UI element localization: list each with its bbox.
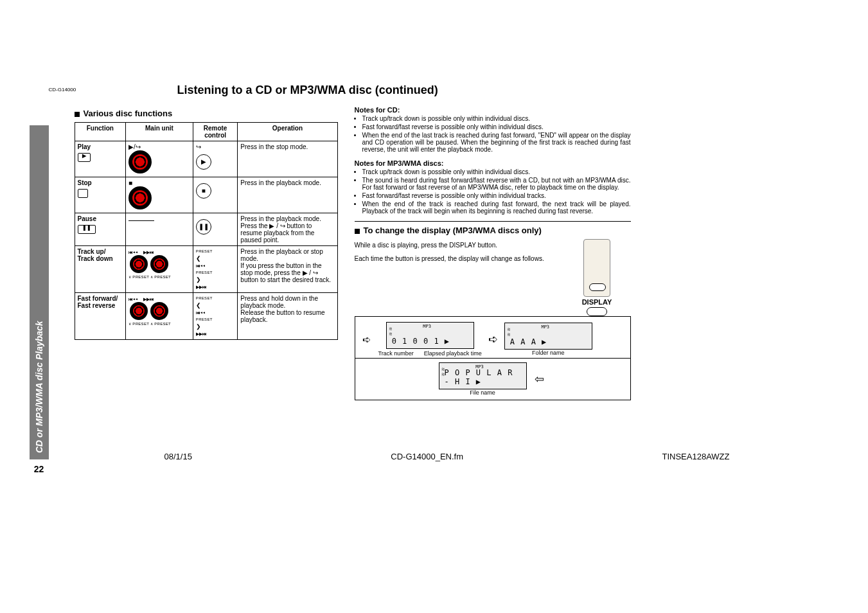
lcd-screen-1: ≋≋ MP3 0 1 0 0 1 ▶ (386, 322, 474, 349)
th-operation: Operation (238, 123, 337, 141)
notes-mp3-heading: Notes for MP3/WMA discs: (355, 159, 631, 167)
caption-file-name: File name (470, 389, 495, 396)
caption-folder-name: Folder name (532, 350, 565, 356)
stop-glyph: ■ (128, 179, 132, 186)
op-track: Press in the playback or stop mode. If y… (238, 246, 337, 293)
page-number: 22 (31, 464, 48, 474)
flow-arrow-icon: ➪ (359, 333, 375, 346)
display-flow-diagram: ➪ ≋≋ MP3 0 1 0 0 1 ▶ Track number Elapse… (355, 316, 631, 400)
caption-track-number: Track number (378, 350, 414, 357)
play-glyph: ▶/↪ (128, 143, 141, 150)
list-item: Fast forward/fast reverse is possible on… (362, 192, 631, 199)
model-code: CD-G14000 (49, 87, 76, 93)
list-item: When the end of the track is reached dur… (362, 200, 631, 215)
list-item: Track up/track down is possible only wit… (362, 115, 631, 122)
table-row: Fast forward/ Fast reverse ⏮◀◀ ▶▶⏭ ∨ PRE… (75, 293, 337, 340)
remote-display-button[interactable] (589, 283, 606, 291)
jog-dial-icon (128, 186, 152, 209)
lcd-screen-3: ≋≋ MP3 P O P U L A R - H I ▶ (439, 362, 527, 389)
footer-file: CD-G14000_EN.fm (391, 452, 463, 461)
footer-date: 08/1/15 (164, 452, 192, 461)
pause-key-icon: ❚❚ (78, 225, 96, 234)
flow-arrow-icon: ➪ (488, 332, 498, 346)
remote-pause-button[interactable]: ❚❚ (196, 219, 211, 235)
fn-pause: Pause (78, 215, 96, 222)
fn-stop: Stop (78, 179, 92, 186)
op-play: Press in the stop mode. (238, 141, 337, 177)
notes-mp3-list: Track up/track down is possible only wit… (355, 168, 631, 215)
jog-dial-icon (150, 302, 168, 320)
preset-labels: ∨ PRESET ∧ PRESET (128, 321, 190, 326)
page-title: Listening to a CD or MP3/WMA disc (conti… (177, 84, 807, 97)
op-ff: Press and hold down in the playback mode… (238, 293, 337, 340)
page-footer: 08/1/15 CD-G14000_EN.fm TINSEA128AWZZ (164, 452, 730, 461)
play-key-icon: ▶ (78, 153, 91, 162)
functions-table: Function Main unit Remote control Operat… (75, 122, 338, 340)
notes-cd-heading: Notes for CD: (355, 106, 631, 114)
ff-left-glyph: ⏮◀◀ (128, 297, 138, 301)
table-row: Pause ❚❚ ❚❚ Press in the playback mode. … (75, 213, 337, 246)
list-item: When the end of the last track is reache… (362, 132, 631, 153)
jog-dial-icon (150, 255, 168, 273)
preset-labels: ∨ PRESET ∧ PRESET (128, 274, 190, 279)
caption-elapsed-time: Elapsed playback time (424, 350, 482, 357)
fn-play: Play (78, 143, 91, 150)
table-heading: Various disc functions (75, 109, 338, 118)
remote-dpad-icon[interactable]: PRESET ❮ ⏮◀◀ PRESET ❯ ▶▶⏭ (196, 295, 213, 337)
remote-play-button[interactable]: ▶ (196, 154, 211, 170)
divider (355, 221, 631, 222)
jog-dial-icon (130, 255, 148, 273)
remote-play-repeat-icon: ↪ (196, 143, 201, 150)
flow-arrow-icon: ⇦ (535, 372, 544, 386)
display-button-label: DISPLAY (582, 298, 612, 306)
notes-cd-list: Track up/track down is possible only wit… (355, 115, 631, 153)
display-change-heading: To change the display (MP3/WMA discs onl… (355, 226, 631, 235)
remote-stop-button[interactable]: ■ (196, 183, 211, 199)
jog-dial-icon (130, 302, 148, 320)
remote-body-icon (583, 239, 610, 297)
fn-track: Track up/ Track down (75, 246, 126, 293)
th-main-unit: Main unit (126, 123, 193, 141)
pause-line-icon (128, 220, 154, 221)
stop-key-icon (78, 189, 88, 198)
op-pause: Press in the playback mode. Press the ▶ … (238, 213, 337, 246)
list-item: Fast forward/fast reverse is possible on… (362, 123, 631, 130)
table-row: Track up/ Track down ⏮◀◀ ▶▶⏭ ∨ PRESET ∧ … (75, 246, 337, 293)
jog-dial-icon (128, 150, 152, 173)
table-row: Stop ■ ■ Press in the playback mode. (75, 177, 337, 213)
list-item: The sound is heard during fast forward/f… (362, 177, 631, 191)
table-row: Play ▶ ▶/↪ ↪▶ Press in the stop mode. (75, 141, 337, 177)
remote-figure: DISPLAY (563, 239, 631, 316)
lcd-screen-2: ≋≋ MP3 A A A ▶ (504, 323, 592, 350)
op-stop: Press in the playback mode. (238, 177, 337, 213)
remote-dpad-icon[interactable]: PRESET ❮ ⏮◀◀ PRESET ❯ ▶▶⏭ (196, 248, 213, 290)
track-right-glyph: ▶▶⏭ (143, 250, 154, 254)
display-button-outline-icon (587, 307, 607, 316)
track-left-glyph: ⏮◀◀ (128, 250, 138, 254)
footer-code: TINSEA128AWZZ (662, 452, 730, 461)
list-item: Track up/track down is possible only wit… (362, 168, 631, 175)
fn-ff: Fast forward/ Fast reverse (75, 293, 126, 340)
ff-right-glyph: ▶▶⏭ (143, 297, 154, 301)
sidebar-tab: CD or MP3/WMA disc Playback (30, 125, 49, 459)
th-function: Function (75, 123, 126, 141)
th-remote: Remote control (193, 123, 238, 141)
